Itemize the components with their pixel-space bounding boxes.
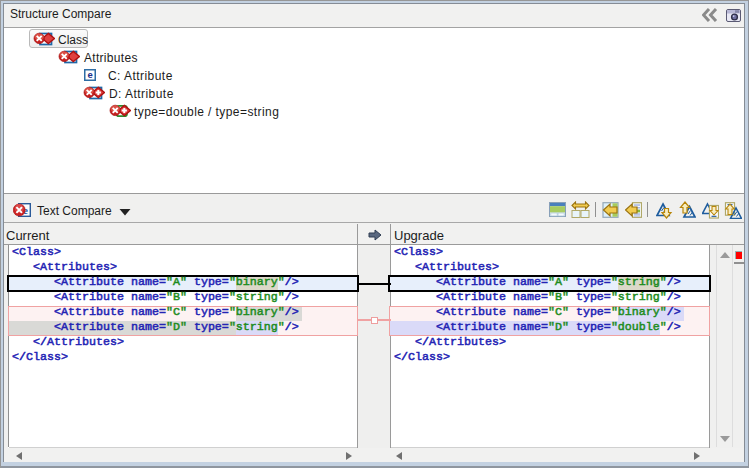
svg-text:e: e [87,69,92,80]
